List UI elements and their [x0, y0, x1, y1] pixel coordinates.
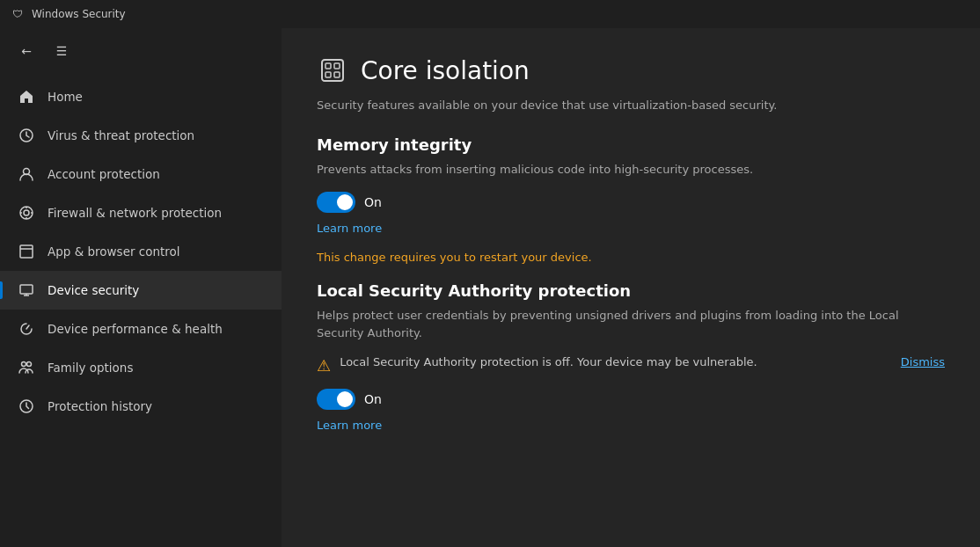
device-security-icon	[18, 281, 35, 299]
family-icon	[18, 359, 35, 376]
back-button[interactable]: ←	[14, 39, 39, 63]
virus-icon	[18, 127, 35, 144]
firewall-icon	[18, 204, 35, 222]
svg-rect-18	[334, 63, 340, 69]
sidebar-item-family[interactable]: Family options	[0, 348, 282, 387]
svg-point-2	[20, 207, 33, 219]
sidebar-item-app-browser[interactable]: App & browser control	[0, 232, 282, 271]
memory-integrity-learn-more[interactable]: Learn more	[317, 222, 945, 235]
sidebar-item-virus[interactable]: Virus & threat protection	[0, 116, 282, 155]
svg-point-13	[22, 362, 26, 367]
lsa-warning-text: Local Security Authority protection is o…	[340, 355, 887, 368]
hamburger-button[interactable]: ☰	[49, 39, 74, 63]
app-title: Windows Security	[32, 8, 126, 20]
device-performance-icon	[18, 320, 35, 338]
hamburger-icon: ☰	[56, 44, 68, 58]
svg-rect-17	[325, 63, 331, 69]
warning-icon: ⚠	[317, 356, 331, 375]
memory-integrity-toggle-label: On	[364, 195, 382, 209]
page-subtitle: Security features available on your devi…	[317, 97, 945, 114]
sidebar-item-firewall-label: Firewall & network protection	[48, 206, 222, 220]
sidebar-item-device-security[interactable]: Device security	[0, 271, 282, 310]
svg-rect-10	[20, 285, 33, 294]
sidebar-item-account-label: Account protection	[48, 167, 160, 181]
sidebar-item-device-security-label: Device security	[48, 283, 139, 297]
sidebar-nav: Home Virus & threat protection	[0, 74, 282, 547]
sidebar-top: ← ☰	[0, 28, 282, 74]
lsa-protection-toggle[interactable]	[317, 389, 355, 410]
sidebar-item-home[interactable]: Home	[0, 77, 282, 116]
sidebar-item-virus-label: Virus & threat protection	[48, 128, 194, 142]
sidebar-item-family-label: Family options	[48, 361, 133, 375]
sidebar-item-protection-history-label: Protection history	[48, 399, 152, 413]
app-browser-icon	[18, 243, 35, 260]
lsa-protection-title: Local Security Authority protection	[317, 281, 945, 300]
lsa-toggle-row: On	[317, 389, 945, 410]
memory-integrity-toggle-row: On	[317, 192, 945, 213]
lsa-learn-more[interactable]: Learn more	[317, 419, 945, 432]
svg-rect-19	[325, 72, 331, 77]
lsa-protection-desc: Helps protect user credentials by preven…	[317, 307, 945, 341]
titlebar: 🛡 Windows Security	[0, 0, 980, 28]
lsa-warning-box: ⚠ Local Security Authority protection is…	[317, 355, 945, 375]
lsa-toggle-label: On	[364, 392, 382, 406]
memory-integrity-title: Memory integrity	[317, 135, 945, 154]
sidebar-item-app-browser-label: App & browser control	[48, 244, 180, 259]
sidebar-item-home-label: Home	[48, 90, 83, 104]
sidebar: ← ☰ Home	[0, 28, 282, 547]
sidebar-item-device-performance[interactable]: Device performance & health	[0, 310, 282, 348]
protection-history-icon	[18, 397, 35, 415]
dismiss-button[interactable]: Dismiss	[901, 355, 945, 368]
sidebar-item-firewall[interactable]: Firewall & network protection	[0, 193, 282, 232]
svg-rect-8	[20, 245, 33, 258]
svg-point-3	[24, 210, 29, 215]
home-icon	[18, 88, 35, 106]
sidebar-item-protection-history[interactable]: Protection history	[0, 387, 282, 426]
page-header: Core isolation	[317, 55, 945, 86]
memory-integrity-toggle[interactable]	[317, 192, 355, 213]
svg-rect-20	[334, 72, 340, 77]
sidebar-item-account[interactable]: Account protection	[0, 155, 282, 193]
main-layout: ← ☰ Home	[0, 28, 980, 547]
account-icon	[18, 165, 35, 183]
memory-integrity-toggle-knob	[337, 194, 353, 210]
sidebar-item-device-performance-label: Device performance & health	[48, 322, 223, 336]
memory-integrity-desc: Prevents attacks from inserting maliciou…	[317, 161, 945, 179]
app-icon: 🛡	[11, 7, 25, 21]
lsa-protection-toggle-knob	[337, 391, 353, 407]
svg-point-14	[27, 362, 32, 367]
svg-rect-16	[322, 60, 343, 81]
page-header-icon	[317, 55, 348, 86]
back-icon: ←	[21, 44, 32, 58]
page-title: Core isolation	[361, 56, 530, 85]
content-area: Core isolation Security features availab…	[282, 28, 980, 547]
restart-notice: This change requires you to restart your…	[317, 251, 945, 264]
